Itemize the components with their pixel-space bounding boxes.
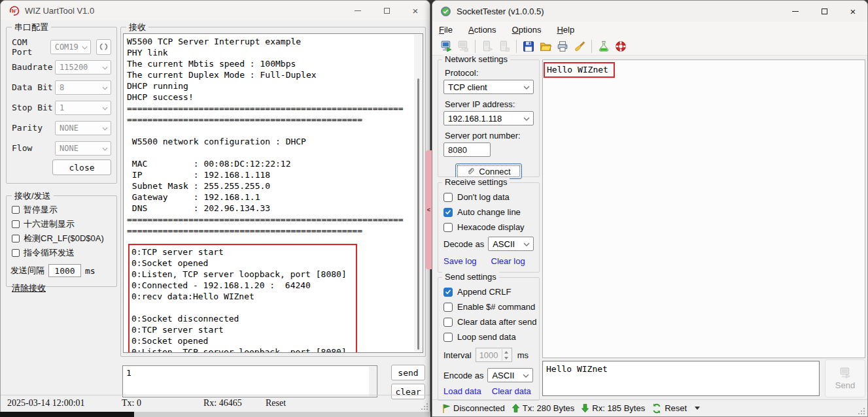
dont-log-checkbox[interactable] (443, 193, 453, 202)
toolbar-test-button[interactable] (595, 39, 612, 54)
loop-send-data-checkbox[interactable] (443, 333, 453, 342)
receive-settings-legend: Receive settings (442, 177, 510, 187)
toolbar-help-button[interactable] (612, 39, 629, 54)
sock-maximize-button[interactable] (810, 1, 839, 22)
uart-maximize-button[interactable] (372, 1, 401, 20)
pause-display-row[interactable]: 暂停显示 (10, 203, 113, 217)
stopbit-select[interactable]: 1 (55, 101, 111, 115)
hexacode-display-checkbox[interactable] (443, 223, 453, 232)
sock-receive-log[interactable]: Hello WIZnet (542, 59, 865, 358)
sock-send-button[interactable]: Send (825, 359, 865, 397)
baudrate-label: Baudrate (12, 62, 55, 72)
hex-display-row[interactable]: 十六进制显示 (10, 217, 113, 231)
server-port-input[interactable]: 8080 (443, 142, 491, 157)
toolbar-clean-button[interactable] (571, 39, 588, 54)
receive-settings-group: Receive settings Don't log data Auto cha… (438, 182, 540, 273)
uart-log-scrollbar[interactable] (414, 35, 422, 352)
uart-send-button[interactable]: send (391, 365, 425, 380)
loop-send-data-row[interactable]: Loop send data (443, 329, 534, 344)
status-reset[interactable]: Reset (665, 403, 687, 413)
open-folder-icon (540, 41, 551, 52)
append-crlf-checkbox[interactable] (443, 288, 453, 297)
sock-minimize-button[interactable] (781, 1, 810, 22)
edge-panel-handle[interactable]: < (426, 150, 432, 269)
listen-icon (481, 41, 493, 52)
hex-display-checkbox[interactable] (12, 220, 20, 228)
uart-titlebar[interactable]: W WIZ UartTool V1.0 × (1, 1, 430, 20)
sock-send-input[interactable]: Hello WIZnet (542, 361, 820, 396)
load-data-link[interactable]: Load data (443, 386, 481, 396)
resize-grip[interactable] (421, 403, 428, 410)
uart-close-button[interactable]: × (401, 1, 430, 20)
receive-legend: 接收 (126, 22, 148, 33)
baudrate-select[interactable]: 115200 (55, 60, 111, 75)
sockettester-logo-icon (440, 6, 451, 17)
scrollbar-thumb[interactable] (417, 78, 419, 350)
com-port-select[interactable]: COM19 (50, 40, 91, 54)
append-crlf-label: Append CRLF (457, 287, 511, 297)
toolbar-separator (516, 40, 517, 53)
menu-file[interactable]: File (439, 24, 459, 36)
spin-up-button[interactable] (502, 349, 511, 355)
menu-actions[interactable]: Actions (468, 24, 503, 36)
parity-select[interactable]: NONE (55, 121, 111, 135)
send-interval-input[interactable]: 1000 (48, 264, 81, 277)
crlf-detect-checkbox[interactable] (12, 235, 20, 242)
uart-minimize-button[interactable] (343, 1, 372, 20)
flow-select[interactable]: NONE (55, 141, 111, 156)
sock-close-button[interactable]: × (839, 1, 867, 22)
append-crlf-row[interactable]: Append CRLF (443, 284, 534, 299)
menu-options[interactable]: Options (512, 24, 548, 36)
encode-as-select[interactable]: ASCII (487, 368, 533, 382)
databit-label: Data Bit (12, 82, 55, 92)
toolbar-open-button[interactable] (537, 39, 554, 54)
decode-as-select[interactable]: ASCII (488, 237, 534, 251)
auto-change-line-checkbox[interactable] (443, 208, 453, 217)
server-ip-select[interactable]: 192.168.1.118 (443, 111, 534, 125)
serial-close-button[interactable]: close (52, 159, 111, 175)
dont-log-row[interactable]: Don't log data (443, 190, 534, 205)
loop-send-checkbox[interactable] (12, 249, 20, 257)
menu-help[interactable]: Help (557, 24, 581, 36)
resize-grip[interactable] (858, 407, 865, 414)
uart-receive-log[interactable]: W5500 TCP Server Interrupt example PHY l… (123, 33, 423, 353)
hexacode-display-row[interactable]: Hexacode display (443, 220, 534, 235)
toolbar-disconnect-button[interactable] (455, 39, 472, 54)
connect-icon (440, 41, 452, 52)
toolbar-stop-listen-button[interactable] (496, 39, 513, 54)
clear-after-send-row[interactable]: Clear data after send (443, 314, 534, 329)
protocol-select[interactable]: TCP client (443, 80, 534, 94)
enable-command-checkbox[interactable] (443, 303, 453, 312)
caret-down-icon[interactable] (695, 407, 700, 410)
loop-send-row[interactable]: 指令循环发送 (10, 246, 113, 260)
uart-send-text: 1 (123, 366, 377, 380)
auto-change-line-row[interactable]: Auto change line (443, 205, 534, 220)
enable-command-row[interactable]: Enable $# command (443, 299, 534, 314)
uart-send-input[interactable]: 1 (122, 365, 377, 397)
spin-down-button[interactable] (502, 355, 511, 361)
pause-display-checkbox[interactable] (12, 206, 20, 214)
spinner-buttons[interactable] (502, 349, 511, 361)
toolbar-connect-button[interactable] (438, 39, 455, 54)
arrow-down-icon (581, 403, 589, 413)
network-settings-legend: Network settings (442, 54, 510, 64)
uart-status-reset[interactable]: Reset (266, 398, 286, 409)
minimize-icon (792, 11, 799, 12)
clear-after-send-checkbox[interactable] (443, 318, 453, 327)
crlf-detect-row[interactable]: 检测CR_LF($0D$0A) (10, 231, 113, 246)
uart-send-scrollbar[interactable] (369, 367, 376, 396)
databit-select[interactable]: 8 (55, 80, 111, 95)
interval-spinner[interactable]: 1000 (476, 348, 512, 362)
maximize-icon (384, 8, 390, 14)
sock-titlebar[interactable]: SocketTester (v1.0.0.5) × (432, 1, 867, 22)
save-log-link[interactable]: Save log (443, 256, 477, 266)
clear-log-link[interactable]: Clear log (491, 256, 525, 266)
clear-data-link[interactable]: Clear data (492, 386, 531, 396)
toolbar-listen-button[interactable] (479, 39, 496, 54)
clear-receive-link[interactable]: 清除接收 (12, 282, 46, 294)
toolbar-print-button[interactable] (554, 39, 571, 54)
flow-label: Flow (12, 143, 55, 153)
refresh-ports-button[interactable] (96, 39, 111, 55)
uart-status-rx: Rx: 46465 (203, 398, 242, 409)
toolbar-save-button[interactable] (520, 39, 537, 54)
